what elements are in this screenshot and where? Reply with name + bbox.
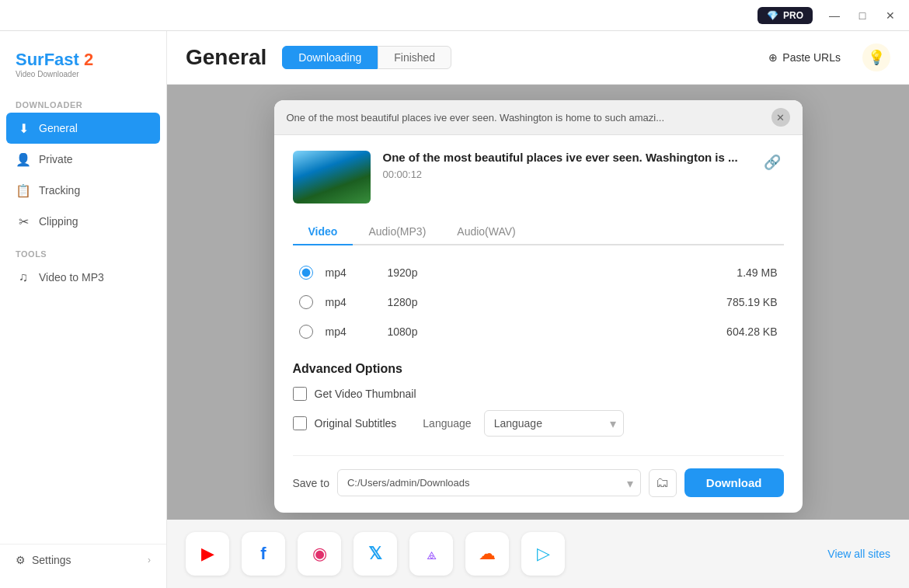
window-controls: — □ ✕ xyxy=(822,3,903,28)
view-all-sites-button[interactable]: View all sites xyxy=(827,548,890,560)
youtube-icon: ▶ xyxy=(201,544,214,564)
format-radio-0[interactable] xyxy=(299,266,313,280)
video-duration: 00:00:12 xyxy=(383,169,748,180)
instagram-icon: ◉ xyxy=(312,544,327,564)
sidebar-item-tracking[interactable]: 📋 Tracking xyxy=(0,175,166,206)
original-subtitles-checkbox[interactable] xyxy=(293,416,307,430)
modal-title-text: One of the most beautiful places ive eve… xyxy=(287,112,665,124)
lightbulb-button[interactable]: 💡 xyxy=(862,43,890,71)
tab-video[interactable]: Video xyxy=(293,219,354,245)
modal-overlay: One of the most beautiful places ive eve… xyxy=(167,85,909,588)
advanced-options-title: Advanced Options xyxy=(293,362,784,376)
modal-close-button[interactable]: ✕ xyxy=(771,108,790,127)
page-title-area: General Downloading Finished xyxy=(186,45,451,70)
minimize-button[interactable]: — xyxy=(822,3,847,28)
tab-audio-wav[interactable]: Audio(WAV) xyxy=(441,219,531,245)
twitch-icon: ⟁ xyxy=(427,544,437,564)
content-header: General Downloading Finished ⊕ Paste URL… xyxy=(167,31,909,85)
language-select[interactable]: Language xyxy=(484,410,624,437)
sidebar-item-video-to-mp3-label: Video to MP3 xyxy=(39,271,104,284)
format-size-2: 604.28 KB xyxy=(726,325,777,338)
maximize-button[interactable]: □ xyxy=(850,3,875,28)
format-size-0: 1.49 MB xyxy=(737,266,777,279)
format-size-1: 785.19 KB xyxy=(726,296,777,308)
browse-folder-button[interactable]: 🗂 xyxy=(649,469,677,497)
format-radio-1[interactable] xyxy=(299,295,313,309)
header-actions: ⊕ Paste URLs 💡 xyxy=(756,43,890,71)
sidebar-item-tracking-label: Tracking xyxy=(39,184,80,197)
sidebar-item-clipping-label: Clipping xyxy=(39,215,78,228)
sidebar-item-general[interactable]: ⬇ General xyxy=(6,113,160,144)
paste-urls-button[interactable]: ⊕ Paste URLs xyxy=(756,45,853,70)
format-row-1: mp4 1280p 785.19 KB xyxy=(293,287,784,317)
soundcloud-icon: ☁ xyxy=(479,544,496,564)
save-path-select[interactable]: C:/Users/admin/Downloads xyxy=(337,469,641,496)
format-row-2: mp4 1080p 604.28 KB xyxy=(293,317,784,346)
paste-icon: ⊕ xyxy=(768,51,778,64)
video-thumbnail xyxy=(293,151,371,204)
close-button[interactable]: ✕ xyxy=(878,3,903,28)
site-twitter[interactable]: 𝕏 xyxy=(354,532,397,576)
format-list: mp4 1920p 1.49 MB mp4 1280p 785.19 KB xyxy=(293,258,784,346)
chevron-right-icon: › xyxy=(148,555,151,565)
format-radio-2[interactable] xyxy=(299,325,313,339)
site-facebook[interactable]: f xyxy=(242,532,285,576)
modal-tabs: Video Audio(MP3) Audio(WAV) xyxy=(293,219,784,245)
format-row-0: mp4 1920p 1.49 MB xyxy=(293,258,784,287)
tools-section-label: Tools xyxy=(0,237,166,262)
header-tabs: Downloading Finished xyxy=(282,46,451,69)
logo: SurFast 2 Video Downloader xyxy=(0,43,166,94)
language-label: Language xyxy=(423,417,471,430)
title-bar: 💎 PRO — □ ✕ xyxy=(0,0,909,31)
format-type-2: mp4 xyxy=(326,325,388,338)
sidebar-item-general-label: General xyxy=(39,122,78,134)
scissors-icon: ✂ xyxy=(16,214,31,229)
site-youtube[interactable]: ▶ xyxy=(186,532,229,576)
logo-version: 2 xyxy=(84,50,93,69)
music-icon: ♫ xyxy=(16,270,31,285)
settings-footer[interactable]: ⚙ Settings › xyxy=(0,544,166,576)
site-icons-row: ▶ f ◉ 𝕏 ⟁ xyxy=(186,532,565,576)
format-quality-2: 1080p xyxy=(388,325,465,338)
site-vimeo[interactable]: ▷ xyxy=(521,532,565,576)
download-icon: ⬇ xyxy=(16,120,31,136)
site-soundcloud[interactable]: ☁ xyxy=(465,532,509,576)
sidebar-item-clipping[interactable]: ✂ Clipping xyxy=(0,206,166,237)
get-thumbnail-label: Get Video Thumbnail xyxy=(315,388,416,400)
site-instagram[interactable]: ◉ xyxy=(298,532,341,576)
language-row: Language Language xyxy=(423,410,623,437)
diamond-icon: 💎 xyxy=(767,10,778,21)
pro-badge: 💎 PRO xyxy=(758,7,813,24)
subtitles-option-row: Original Subtitles Language Language xyxy=(293,410,784,437)
site-twitch[interactable]: ⟁ xyxy=(409,532,453,576)
copy-icon: 🔗 xyxy=(764,155,781,170)
tracking-icon: 📋 xyxy=(16,183,31,198)
modal-body: One of the most beautiful places ive eve… xyxy=(274,135,803,513)
format-modal: One of the most beautiful places ive eve… xyxy=(274,100,803,513)
tab-downloading[interactable]: Downloading xyxy=(282,46,378,69)
vimeo-icon: ▷ xyxy=(537,544,550,564)
logo-subtitle: Video Downloader xyxy=(16,70,93,78)
folder-icon: 🗂 xyxy=(656,475,670,491)
format-quality-0: 1920p xyxy=(388,266,465,279)
save-row: Save to C:/Users/admin/Downloads 🗂 Down xyxy=(293,455,784,497)
facebook-icon: f xyxy=(260,544,266,564)
save-path-wrap: C:/Users/admin/Downloads xyxy=(337,469,641,496)
content-area: One of the most beautiful places ive eve… xyxy=(167,85,909,588)
main-content: General Downloading Finished ⊕ Paste URL… xyxy=(167,31,909,588)
settings-label: Settings xyxy=(32,554,71,566)
video-info: One of the most beautiful places ive eve… xyxy=(293,151,784,204)
tab-audio-mp3[interactable]: Audio(MP3) xyxy=(353,219,441,245)
tab-finished[interactable]: Finished xyxy=(378,46,451,69)
download-button[interactable]: Download xyxy=(684,468,784,497)
video-meta: One of the most beautiful places ive eve… xyxy=(383,151,748,180)
format-type-0: mp4 xyxy=(326,266,388,279)
save-to-label: Save to xyxy=(293,477,329,489)
lightbulb-icon: 💡 xyxy=(868,49,885,66)
copy-link-button[interactable]: 🔗 xyxy=(761,151,784,174)
sidebar-item-private[interactable]: 👤 Private xyxy=(0,144,166,175)
get-thumbnail-checkbox[interactable] xyxy=(293,387,307,401)
thumbnail-option-row: Get Video Thumbnail xyxy=(293,387,784,401)
format-type-1: mp4 xyxy=(326,296,388,308)
sidebar-item-video-to-mp3[interactable]: ♫ Video to MP3 xyxy=(0,262,166,293)
